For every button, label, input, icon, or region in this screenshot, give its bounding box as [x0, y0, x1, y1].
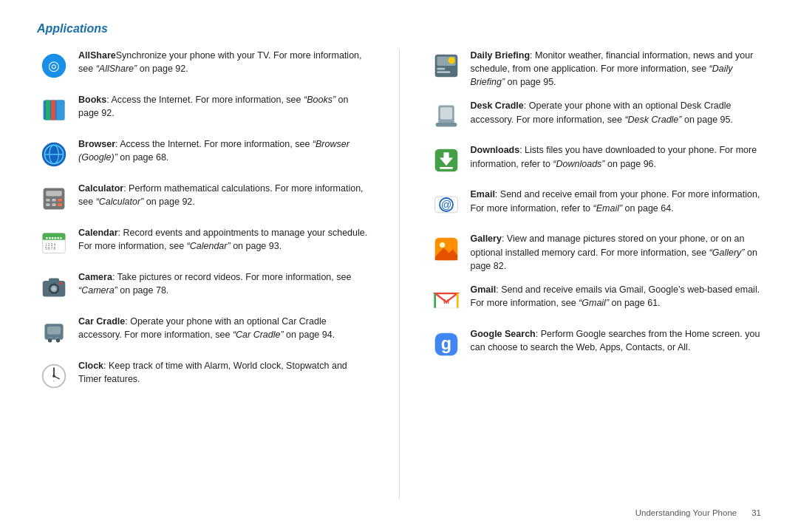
deskcradle-ref-suffix: on page 95. — [681, 115, 733, 125]
dailybriefing-icon — [429, 49, 463, 83]
camera-icon — [37, 270, 71, 304]
email-ref: “Email” — [593, 203, 623, 214]
downloads-text: Downloads: Lists files you have download… — [471, 143, 762, 170]
svg-point-34 — [48, 338, 52, 342]
email-ref-suffix: on page 64. — [622, 203, 674, 214]
allshare-ref-suffix: on page 92. — [137, 64, 188, 74]
svg-rect-31 — [47, 327, 61, 335]
camera-description: : Take pictures or record videos. For mo… — [112, 272, 352, 282]
browser-description: : Access the Internet. For more informat… — [115, 139, 313, 149]
books-name: Books — [78, 95, 106, 105]
deskcradle-name: Desk Cradle — [471, 100, 524, 111]
svg-point-57 — [440, 242, 445, 248]
svg-rect-17 — [58, 203, 61, 206]
svg-rect-25 — [49, 278, 59, 283]
svg-text:1 2 3 4: 1 2 3 4 — [45, 243, 55, 247]
googlesearch-name: Google Search — [471, 329, 536, 339]
carcradle-icon — [37, 315, 71, 349]
camera-ref-suffix: on page 78. — [117, 285, 169, 296]
svg-point-46 — [448, 57, 454, 64]
app-item-downloads: Downloads: Lists files you have download… — [429, 143, 762, 177]
clock-icon: 126 — [37, 359, 71, 393]
calendar-name: Calendar — [78, 228, 118, 238]
calendar-text: Calendar: Record events and appointments… — [78, 226, 369, 253]
deskcradle-text: Desk Cradle: Operate your phone with an … — [471, 99, 762, 126]
app-item-browser: Browser: Access the Internet. For more i… — [37, 137, 369, 171]
svg-text:5 6 7 8: 5 6 7 8 — [45, 247, 55, 250]
calculator-text: Calculator: Perform mathematical calcula… — [78, 182, 369, 208]
page-title: Applications — [37, 22, 761, 35]
clock-name: Clock — [78, 361, 103, 371]
right-column: Daily Briefing: Monitor weather, financi… — [429, 49, 762, 499]
svg-rect-11 — [46, 191, 62, 196]
app-item-email: @Email: Send and receive email from your… — [429, 188, 762, 222]
svg-text:6: 6 — [53, 380, 55, 383]
svg-rect-52 — [440, 167, 453, 169]
calculator-icon — [37, 182, 71, 216]
svg-rect-12 — [46, 199, 50, 202]
column-divider — [399, 49, 400, 499]
page-footer: Understanding Your Phone 31 — [37, 499, 761, 517]
carcradle-text: Car Cradle: Operate your phone with an o… — [78, 315, 369, 341]
books-icon — [37, 93, 71, 127]
calendar-icon: ●●●●●●1 2 3 45 6 7 8 — [37, 226, 71, 260]
svg-text:12: 12 — [52, 370, 55, 373]
calendar-ref-suffix: on page 93. — [231, 241, 282, 251]
svg-rect-3 — [46, 100, 50, 120]
allshare-ref: “AllShare” — [96, 64, 137, 74]
downloads-name: Downloads — [471, 145, 520, 155]
app-item-gmail: MGmail: Send and receive emails via Gmai… — [429, 283, 762, 317]
app-item-clock: 126Clock: Keep track of time with Alarm,… — [37, 359, 369, 393]
svg-text:●●●●●●: ●●●●●● — [46, 235, 63, 240]
browser-ref-suffix: on page 68. — [117, 152, 169, 163]
books-description: : Access the Internet. For more informat… — [106, 95, 304, 105]
gallery-icon — [429, 232, 463, 266]
gallery-name: Gallery — [471, 233, 502, 244]
svg-text:g: g — [440, 334, 451, 353]
calendar-ref: “Calendar” — [187, 241, 231, 251]
left-column: ◎AllShareSynchronize your phone with you… — [37, 49, 369, 499]
gallery-description: : View and manage pictures stored on you… — [471, 233, 745, 257]
svg-rect-13 — [52, 199, 55, 202]
svg-point-35 — [56, 338, 60, 342]
svg-rect-44 — [437, 68, 445, 70]
svg-rect-15 — [46, 203, 50, 206]
camera-name: Camera — [78, 272, 112, 282]
dailybriefing-text: Daily Briefing: Monitor weather, financi… — [471, 49, 762, 89]
svg-rect-45 — [437, 71, 450, 73]
browser-name: Browser — [78, 139, 115, 149]
svg-point-39 — [52, 375, 55, 378]
gmail-ref: “Gmail” — [579, 298, 609, 308]
app-item-carcradle: Car Cradle: Operate your phone with an o… — [37, 315, 369, 349]
deskcradle-icon — [429, 99, 463, 133]
app-item-camera: Camera: Take pictures or record videos. … — [37, 270, 369, 304]
svg-text:@: @ — [440, 199, 451, 211]
svg-rect-16 — [52, 203, 55, 206]
svg-rect-14 — [58, 199, 61, 202]
svg-rect-4 — [51, 100, 55, 120]
camera-ref: “Camera” — [78, 285, 117, 296]
clock-text: Clock: Keep track of time with Alarm, Wo… — [78, 359, 369, 386]
camera-text: Camera: Take pictures or record videos. … — [78, 270, 369, 297]
app-item-googlesearch: gGoogle Search: Perform Google searches … — [429, 327, 762, 361]
clock-description: : Keep track of time with Alarm, World c… — [78, 361, 347, 384]
svg-rect-5 — [57, 100, 65, 120]
svg-point-28 — [52, 287, 55, 290]
gmail-text: Gmail: Send and receive emails via Gmail… — [471, 283, 762, 310]
app-item-calendar: ●●●●●●1 2 3 45 6 7 8Calendar: Record eve… — [37, 226, 369, 260]
gallery-text: Gallery: View and manage pictures stored… — [471, 232, 762, 272]
googlesearch-text: Google Search: Perform Google searches f… — [471, 327, 762, 354]
downloads-ref-suffix: on page 96. — [605, 159, 657, 169]
browser-text: Browser: Access the Internet. For more i… — [78, 137, 369, 164]
gmail-name: Gmail — [471, 284, 497, 295]
downloads-ref: “Downloads” — [553, 159, 604, 169]
books-ref: “Books” — [304, 95, 335, 105]
calculator-ref: “Calculator” — [96, 197, 144, 207]
gallery-ref: “Gallery” — [709, 248, 745, 258]
app-item-gallery: Gallery: View and manage pictures stored… — [429, 232, 762, 272]
allshare-name: AllShare — [78, 50, 116, 61]
app-item-dailybriefing: Daily Briefing: Monitor weather, financi… — [429, 49, 762, 89]
page-number: 31 — [751, 508, 761, 517]
footer-label: Understanding Your Phone — [635, 508, 737, 517]
carcradle-ref-suffix: on page 94. — [284, 330, 335, 340]
